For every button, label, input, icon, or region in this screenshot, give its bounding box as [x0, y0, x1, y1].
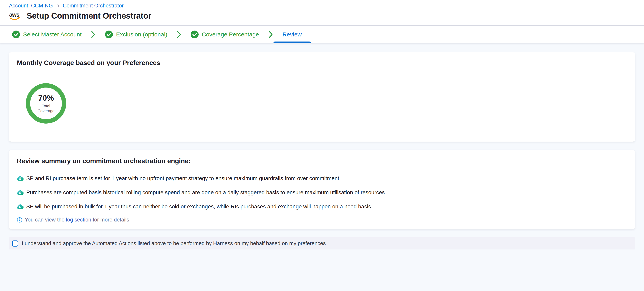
- page-title: Setup Commitment Orchestrator: [27, 11, 152, 20]
- summary-bullet-text: Purchases are computed basis historical …: [26, 188, 386, 196]
- cloud-dollar-icon: $: [17, 190, 24, 196]
- cloud-dollar-icon: $: [17, 176, 24, 181]
- step-coverage-percentage[interactable]: Coverage Percentage: [191, 26, 259, 43]
- wizard-stepper: Select Master Account Exclusion (optiona…: [0, 26, 644, 44]
- info-prefix: You can view the: [25, 217, 66, 223]
- svg-text:aws: aws: [9, 12, 20, 18]
- consent-label: I understand and approve the Automated A…: [22, 240, 326, 246]
- step-exclusion[interactable]: Exclusion (optional): [105, 26, 167, 43]
- log-info-text: You can view the log section for more de…: [25, 217, 129, 223]
- cloud-dollar-icon: $: [17, 204, 24, 210]
- aws-logo-icon: aws: [9, 11, 22, 20]
- coverage-card-title: Monthly Coverage based on your Preferenc…: [17, 59, 627, 66]
- summary-card-title: Review summary on commitment orchestrati…: [17, 157, 627, 165]
- main-content: Monthly Coverage based on your Preferenc…: [0, 44, 644, 250]
- chevron-right-icon: [90, 31, 96, 38]
- consent-checkbox[interactable]: [12, 240, 18, 246]
- summary-bullet-text: SP and RI purchase term is set for 1 yea…: [26, 174, 340, 182]
- total-coverage-donut: 70% Total Coverage: [26, 83, 66, 124]
- summary-bullet-text: SP will be purchased in bulk for 1 year …: [26, 203, 372, 210]
- step-label: Select Master Account: [23, 31, 82, 38]
- step-separator: [176, 26, 182, 43]
- breadcrumb-account-link[interactable]: Account: CCM-NG: [9, 3, 53, 9]
- review-summary-card: Review summary on commitment orchestrati…: [9, 150, 635, 229]
- step-separator: [90, 26, 96, 43]
- summary-bullet-list: $ SP and RI purchase term is set for 1 y…: [17, 174, 627, 210]
- summary-bullet: $ SP and RI purchase term is set for 1 y…: [17, 174, 627, 182]
- summary-bullet: $ Purchases are computed basis historica…: [17, 188, 627, 196]
- page-header: Account: CCM-NG Commitment Orchestrator …: [0, 0, 644, 26]
- step-review[interactable]: Review: [282, 26, 302, 43]
- check-circle-icon: [105, 30, 113, 38]
- summary-bullet: $ SP will be purchased in bulk for 1 yea…: [17, 203, 627, 210]
- info-icon: [17, 217, 22, 223]
- step-label: Coverage Percentage: [202, 31, 259, 38]
- log-info-row: You can view the log section for more de…: [17, 217, 627, 223]
- coverage-percent-value: 70%: [38, 94, 54, 102]
- info-suffix: for more details: [91, 217, 129, 223]
- chevron-right-icon: [176, 31, 182, 38]
- chevron-right-icon: [56, 4, 59, 8]
- breadcrumb-page-link[interactable]: Commitment Orchestrator: [63, 3, 124, 9]
- svg-text:$: $: [19, 177, 21, 180]
- svg-text:$: $: [19, 191, 21, 194]
- consent-bar[interactable]: I understand and approve the Automated A…: [9, 237, 635, 250]
- step-select-master-account[interactable]: Select Master Account: [12, 26, 82, 43]
- check-circle-icon: [12, 30, 20, 38]
- log-section-link[interactable]: log section: [66, 217, 91, 223]
- chevron-right-icon: [268, 31, 274, 38]
- step-label: Review: [282, 31, 302, 38]
- coverage-donut-label: Total Coverage: [38, 104, 55, 114]
- coverage-card: Monthly Coverage based on your Preferenc…: [9, 52, 635, 142]
- step-label: Exclusion (optional): [116, 31, 167, 38]
- svg-text:$: $: [19, 205, 21, 208]
- check-circle-icon: [191, 30, 198, 38]
- step-separator: [268, 26, 274, 43]
- breadcrumb: Account: CCM-NG Commitment Orchestrator: [9, 3, 635, 9]
- title-row: aws Setup Commitment Orchestrator: [9, 11, 635, 20]
